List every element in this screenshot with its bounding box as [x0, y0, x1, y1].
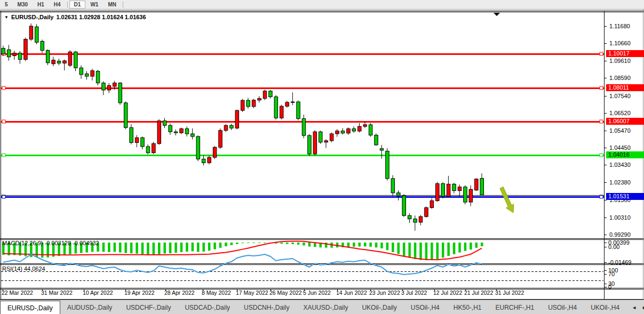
hline-1.08011[interactable] — [1, 87, 604, 89]
candle-body — [447, 184, 450, 196]
price-axis-label: 1.00310 — [609, 214, 631, 221]
macd-bar — [130, 243, 133, 253]
candle-body — [174, 132, 178, 133]
tf-button-D1[interactable]: D1 — [69, 1, 86, 9]
tf-button-H4[interactable]: H4 — [49, 1, 66, 9]
macd-bar — [408, 243, 411, 257]
macd-bar — [163, 243, 166, 254]
candle-body — [386, 151, 389, 178]
candle-body — [57, 61, 61, 63]
candle-body — [458, 187, 462, 191]
price-axis-label: 1.02380 — [609, 179, 631, 186]
candle-body — [180, 129, 184, 133]
tab-ukoilh4-11[interactable]: UKOil-,H4 — [584, 300, 626, 314]
candle-body — [235, 110, 239, 128]
tf-button-5[interactable]: 5 — [0, 1, 13, 9]
tab-xauusddaily-5[interactable]: XAUUSD-,Daily — [296, 300, 355, 314]
macd-bar — [431, 243, 433, 260]
candle-body — [258, 99, 261, 100]
hline-handle[interactable] — [2, 120, 5, 123]
tab-usoilh4-10[interactable]: USOil-,H4 — [541, 300, 584, 314]
macd-bar — [425, 243, 428, 260]
collapse-triangle-icon[interactable]: ▼ — [4, 15, 9, 20]
tf-button-H1[interactable]: H1 — [33, 1, 49, 9]
macd-bar — [102, 243, 105, 252]
macd-bar — [219, 243, 222, 248]
tab-usoilh4-7[interactable]: USOil-,H4 — [404, 300, 447, 314]
toolbar-separator — [67, 2, 68, 8]
hline-handle[interactable] — [600, 195, 603, 198]
tab-audusddaily-1[interactable]: AUDUSD-,Daily — [60, 300, 120, 314]
macd-bar — [353, 243, 355, 247]
date-axis-label: 31 Mar 2022 — [41, 289, 73, 296]
tab-eurchfh1-9[interactable]: EURCHF-,H1 — [488, 300, 541, 314]
macd-bar — [297, 243, 300, 245]
macd-bar — [208, 243, 211, 251]
candle-body — [169, 125, 172, 132]
macd-bar — [470, 243, 472, 249]
candle-body — [480, 179, 484, 195]
macd-bar — [464, 243, 467, 251]
macd-bar — [247, 243, 250, 243]
candle-body — [196, 136, 200, 159]
macd-bar — [308, 243, 311, 246]
hline-handle[interactable] — [600, 120, 603, 123]
date-axis-label: 17 May 2022 — [236, 289, 268, 296]
hline-handle[interactable] — [2, 195, 5, 198]
hline-handle[interactable] — [2, 86, 5, 90]
candle-body — [124, 103, 128, 127]
candle-body — [96, 71, 100, 83]
candle-body — [230, 125, 234, 128]
candle-body — [202, 159, 205, 163]
candle-body — [391, 179, 395, 193]
tf-button-W1[interactable]: W1 — [85, 1, 103, 9]
hline-handle[interactable] — [2, 154, 5, 157]
hline-handle[interactable] — [600, 154, 603, 157]
hline-1.01531[interactable] — [1, 196, 604, 198]
hline-handle[interactable] — [600, 86, 603, 90]
macd-bar — [314, 243, 316, 247]
macd-bar — [397, 243, 400, 254]
candle-body — [430, 201, 434, 208]
candle-body — [408, 215, 411, 219]
macd-bar — [147, 243, 149, 255]
candle-body — [324, 141, 328, 142]
date-axis-label: 21 Jul 2022 — [464, 289, 493, 296]
candle-body — [102, 83, 106, 90]
candle-body — [107, 85, 111, 90]
tab-usdchfdaily-2[interactable]: USDCHF-,Daily — [119, 300, 178, 314]
price-axis-label: 1.08590 — [609, 75, 631, 81]
down-arrow-annotation[interactable] — [500, 187, 514, 213]
hline-handle[interactable] — [600, 52, 603, 55]
price-axis-label: 1.11680 — [609, 23, 630, 29]
candle-body — [208, 157, 211, 163]
candle-body — [18, 53, 22, 59]
macd-bar — [325, 243, 328, 248]
macd-bar — [475, 243, 478, 248]
tab-usdcnhdaily-4[interactable]: USDCNH-,Daily — [237, 300, 296, 314]
macd-bar — [158, 243, 161, 254]
tab-scroll-right-icon[interactable]: ► — [642, 305, 644, 310]
tf-button-M30[interactable]: M30 — [13, 1, 33, 9]
macd-bar — [119, 243, 122, 253]
tab-ukoildaily-6[interactable]: UKOil-,Daily — [355, 300, 403, 314]
candle-body — [369, 125, 372, 135]
macd-bar — [124, 243, 127, 253]
tab-hk50h1-8[interactable]: HK50-,H1 — [447, 300, 489, 314]
hline-1.04016[interactable] — [1, 155, 604, 156]
macd-bar — [192, 243, 194, 251]
candle-body — [330, 134, 333, 141]
tab-scroll-left-icon[interactable]: ◄ — [632, 305, 637, 310]
toolbar-separator — [123, 2, 123, 8]
candle-body — [352, 129, 356, 131]
macd-bar — [386, 243, 389, 250]
candle-body — [380, 149, 384, 150]
hline-1.10017[interactable] — [1, 53, 604, 55]
candle-body — [52, 60, 55, 64]
tab-usdcaddaily-3[interactable]: USDCAD-,Daily — [178, 300, 237, 314]
tf-button-MN[interactable]: MN — [103, 1, 121, 9]
macd-bar — [458, 243, 461, 253]
candle-body — [191, 134, 195, 136]
candle-body — [152, 143, 156, 152]
tab-eurusddaily-0[interactable]: EURUSD-,Daily — [0, 301, 60, 314]
